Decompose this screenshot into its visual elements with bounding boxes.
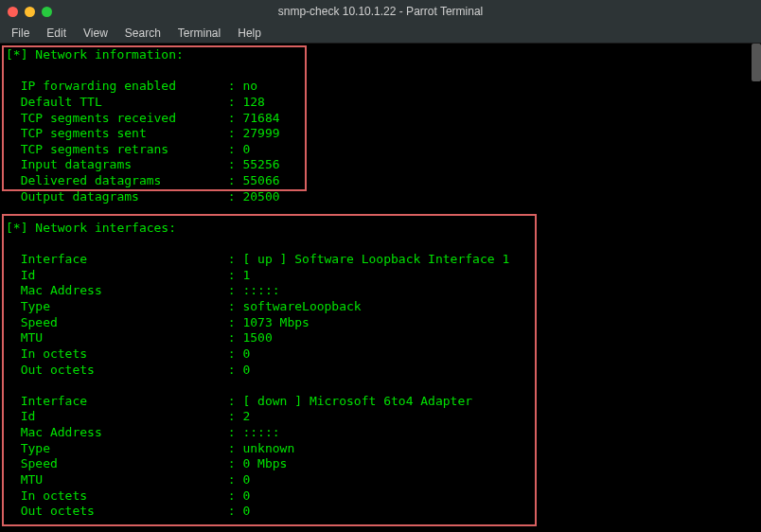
- interface-row: Out octets : 0: [6, 504, 755, 520]
- blank-line: [6, 204, 755, 221]
- interface-row: Id : 1: [6, 268, 755, 284]
- net-info-row: IP forwarding enabled : no: [6, 79, 755, 95]
- titlebar: snmp-check 10.10.1.22 - Parrot Terminal: [0, 0, 761, 23]
- menubar: File Edit View Search Terminal Help: [0, 23, 761, 44]
- interface-row: Interface : [ down ] Microsoft 6to4 Adap…: [6, 394, 755, 410]
- scrollbar-thumb[interactable]: [752, 44, 761, 81]
- interface-row: Interface : [ up ] Software Loopback Int…: [6, 252, 755, 268]
- interface-row: In octets : 0: [6, 346, 755, 363]
- interface-row: Type : softwareLoopback: [6, 299, 755, 315]
- net-info-row: Default TTL : 128: [6, 95, 755, 111]
- net-info-row: Delivered datagrams : 55066: [6, 173, 755, 189]
- menu-edit[interactable]: Edit: [39, 25, 74, 42]
- close-icon[interactable]: [8, 7, 18, 17]
- terminal-output[interactable]: [*] Network information: IP forwarding e…: [0, 44, 761, 532]
- interface-row: MTU : 1500: [6, 330, 755, 346]
- interface-row: Type : unknown: [6, 441, 755, 457]
- minimize-icon[interactable]: [25, 7, 35, 17]
- net-info-row: TCP segments received : 71684: [6, 111, 755, 127]
- interface-row: MTU : 0: [6, 472, 755, 488]
- menu-view[interactable]: View: [76, 25, 115, 42]
- maximize-icon[interactable]: [42, 7, 52, 17]
- section-header-network-interfaces: [*] Network interfaces:: [6, 221, 755, 237]
- net-info-row: Input datagrams : 55256: [6, 157, 755, 173]
- window-title: snmp-check 10.10.1.22 - Parrot Terminal: [0, 5, 761, 18]
- menu-terminal[interactable]: Terminal: [170, 25, 228, 42]
- interface-row: Id : 2: [6, 409, 755, 425]
- net-info-row: TCP segments sent : 27999: [6, 126, 755, 142]
- menu-search[interactable]: Search: [117, 25, 168, 42]
- interface-row: Out octets : 0: [6, 363, 755, 379]
- interface-row: Speed : 0 Mbps: [6, 456, 755, 472]
- window-controls: [8, 7, 52, 17]
- net-info-row: TCP segments retrans : 0: [6, 142, 755, 158]
- interface-row: Mac Address : :::::: [6, 283, 755, 299]
- menu-file[interactable]: File: [4, 25, 37, 42]
- blank-line: [6, 63, 755, 80]
- interface-row: Speed : 1073 Mbps: [6, 315, 755, 331]
- section-header-network-info: [*] Network information:: [6, 47, 755, 63]
- blank-line: [6, 378, 755, 394]
- menu-help[interactable]: Help: [230, 25, 269, 42]
- blank-line: [6, 237, 755, 253]
- net-info-row: Output datagrams : 20500: [6, 189, 755, 205]
- interface-row: Mac Address : :::::: [6, 425, 755, 441]
- interface-row: In octets : 0: [6, 488, 755, 505]
